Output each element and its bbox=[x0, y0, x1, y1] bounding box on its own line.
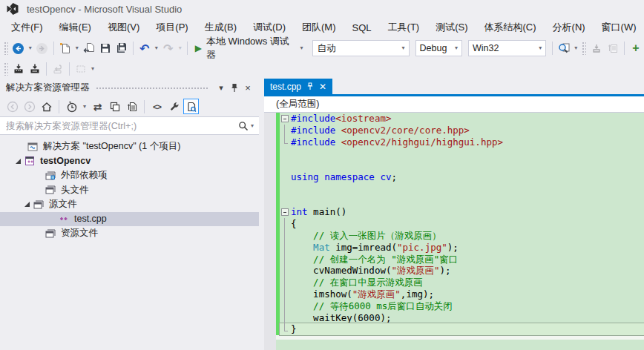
autos-combobox[interactable]: 自动 ▾ bbox=[312, 40, 409, 56]
tree-item-header-files[interactable]: 头文件 bbox=[0, 183, 259, 198]
code-line-2[interactable]: #include <opencv2/core/core.hpp> bbox=[276, 125, 644, 136]
filter-dropdown-caret[interactable]: ▾ bbox=[81, 98, 88, 116]
preview-selected-items-button[interactable] bbox=[183, 99, 199, 114]
tree-item-resource-files[interactable]: 资源文件 bbox=[0, 226, 259, 241]
menu-item-window[interactable]: 窗口(W) bbox=[594, 18, 644, 37]
toolbar-grip[interactable] bbox=[4, 62, 8, 76]
undo-dropdown-caret[interactable]: ▾ bbox=[153, 39, 160, 57]
pending-changes-filter-button[interactable] bbox=[64, 99, 79, 114]
search-input[interactable] bbox=[6, 121, 238, 131]
code-line-4[interactable] bbox=[276, 148, 644, 159]
code-line-11[interactable]: // 读入一张图片（游戏原画） bbox=[276, 230, 644, 242]
save-button[interactable] bbox=[97, 39, 114, 57]
code-line-6[interactable]: using namespace cv; bbox=[276, 171, 644, 183]
menu-item-test[interactable]: 测试(S) bbox=[427, 18, 476, 37]
menu-item-file[interactable]: 文件(F) bbox=[3, 18, 51, 37]
toolbar-options-caret[interactable]: ▾ bbox=[89, 60, 96, 78]
breakpoint-margin[interactable] bbox=[264, 113, 276, 350]
back-button[interactable] bbox=[4, 99, 20, 114]
solution-configurations-combobox[interactable]: Debug ▾ bbox=[415, 40, 462, 56]
scope-dropdown[interactable]: (全局范围) bbox=[276, 98, 319, 110]
sync-with-active-document-button[interactable]: ⇄ bbox=[90, 99, 105, 114]
code-line-19[interactable]: } bbox=[276, 323, 644, 335]
toolbar-grip[interactable] bbox=[4, 42, 8, 55]
code-line-14[interactable]: cvNamedWindow("游戏原画"); bbox=[276, 265, 644, 277]
tree-item-external-dependencies[interactable]: 外部依赖项 bbox=[0, 168, 259, 183]
start-debug-button[interactable]: ▶ 本地 Windows 调试器 ▾ bbox=[191, 39, 310, 57]
code-line-18[interactable]: waitKey(6000); bbox=[276, 312, 644, 324]
code-line-text: #include <opencv2/highgui/highgui.hpp> bbox=[291, 136, 503, 148]
add-button[interactable]: + bbox=[628, 39, 644, 57]
copy-list-button[interactable] bbox=[605, 39, 621, 57]
menu-item-analyze[interactable]: 分析(N) bbox=[545, 18, 594, 37]
properties-button[interactable] bbox=[166, 99, 182, 114]
toolbar-grip[interactable] bbox=[582, 42, 586, 55]
solution-explorer-header[interactable]: 解决方案资源管理器 ▾ × bbox=[0, 79, 259, 96]
revert-button[interactable] bbox=[50, 60, 66, 78]
menu-item-team[interactable]: 团队(M) bbox=[294, 18, 344, 37]
navigate-back-dropdown-caret[interactable]: ▾ bbox=[27, 39, 34, 57]
expand-arrow-icon[interactable] bbox=[21, 202, 33, 207]
show-all-files-button[interactable] bbox=[124, 99, 139, 114]
code-editor[interactable]: #include<iostream>#include <opencv2/core… bbox=[264, 113, 644, 350]
new-file-button[interactable] bbox=[57, 39, 73, 57]
chevron-down-icon: ▾ bbox=[455, 39, 458, 57]
code-line-7[interactable] bbox=[276, 183, 644, 195]
close-tab-icon[interactable]: ✕ bbox=[319, 82, 326, 92]
menu-item-tools[interactable]: 工具(T) bbox=[380, 18, 428, 37]
menu-item-view[interactable]: 视图(V) bbox=[99, 18, 148, 37]
pin-panel-icon[interactable] bbox=[228, 81, 241, 94]
menu-item-project[interactable]: 项目(P) bbox=[148, 18, 196, 37]
add-item-button[interactable] bbox=[81, 39, 97, 57]
tree-item-test-cpp[interactable]: test.cpp bbox=[0, 212, 259, 227]
tree-item-project-testopencv[interactable]: testOpencv bbox=[0, 154, 259, 169]
fold-margin bbox=[280, 136, 291, 148]
forward-button[interactable] bbox=[22, 99, 37, 114]
close-panel-icon[interactable]: × bbox=[241, 81, 254, 94]
code-line-16[interactable]: imshow("游戏原画",img); bbox=[276, 288, 644, 300]
code-line-9[interactable]: int main() bbox=[276, 206, 644, 218]
tab-test-cpp[interactable]: test.cpp ✕ bbox=[264, 79, 332, 94]
menu-item-edit[interactable]: 编辑(E) bbox=[51, 18, 99, 37]
code-content[interactable]: #include<iostream>#include <opencv2/core… bbox=[276, 113, 644, 350]
code-line-15[interactable]: // 在窗口中显示游戏原画 bbox=[276, 277, 644, 288]
navigate-backward-history-button[interactable] bbox=[588, 39, 605, 57]
code-line-17[interactable]: // 等待6000 ms后窗口自动关闭 bbox=[276, 300, 644, 312]
new-file-dropdown-caret[interactable]: ▾ bbox=[73, 39, 81, 57]
undo-button[interactable]: ↶ bbox=[137, 39, 153, 57]
save-all-button[interactable] bbox=[114, 39, 130, 57]
editor-navigation-bar[interactable]: (全局范围) bbox=[264, 96, 644, 113]
code-line-12[interactable]: Mat img=imread("pic.jpg"); bbox=[276, 242, 644, 254]
home-button[interactable] bbox=[39, 99, 54, 114]
toolbar-options-caret[interactable]: ▾ bbox=[572, 39, 579, 57]
navigate-back-button[interactable] bbox=[10, 39, 27, 57]
menu-item-sql[interactable]: SQL bbox=[344, 19, 380, 36]
code-line-13[interactable]: // 创建一个名为 "游戏原画"窗口 bbox=[276, 254, 644, 265]
view-code-button[interactable]: <> bbox=[149, 99, 165, 114]
find-in-files-button[interactable] bbox=[556, 39, 572, 57]
code-line-8[interactable] bbox=[276, 195, 644, 207]
redo-dropdown-caret[interactable]: ▾ bbox=[177, 39, 184, 57]
import-to-project-button[interactable] bbox=[10, 60, 27, 78]
expand-arrow-icon[interactable] bbox=[12, 159, 24, 164]
pin-tab-icon[interactable] bbox=[306, 82, 314, 90]
panel-menu-caret[interactable]: ▾ bbox=[214, 81, 228, 94]
panel-drag-texture[interactable] bbox=[96, 87, 209, 90]
package-button[interactable] bbox=[73, 60, 89, 78]
solution-platforms-combobox[interactable]: Win32 ▾ bbox=[468, 40, 546, 56]
search-options-caret[interactable]: ▾ bbox=[249, 117, 256, 135]
fold-collapse-toggle[interactable] bbox=[280, 206, 291, 218]
import-all-button[interactable] bbox=[27, 60, 43, 78]
menu-item-architecture[interactable]: 体系结构(C) bbox=[476, 18, 545, 37]
navigate-forward-button[interactable] bbox=[34, 39, 50, 57]
collapse-all-button[interactable] bbox=[107, 99, 122, 114]
tree-item-source-files[interactable]: 源文件 bbox=[0, 197, 259, 212]
redo-button[interactable]: ↷ bbox=[160, 39, 177, 57]
code-line-1[interactable]: #include<iostream> bbox=[276, 113, 644, 125]
search-icon[interactable] bbox=[238, 121, 249, 131]
code-line-10[interactable]: { bbox=[276, 218, 644, 230]
fold-collapse-toggle[interactable] bbox=[280, 113, 291, 125]
code-line-3[interactable]: #include <opencv2/highgui/highgui.hpp> bbox=[276, 136, 644, 148]
code-line-5[interactable] bbox=[276, 159, 644, 171]
tree-item-solution[interactable]: 解决方案 "testOpencv" (1 个项目) bbox=[0, 139, 259, 154]
